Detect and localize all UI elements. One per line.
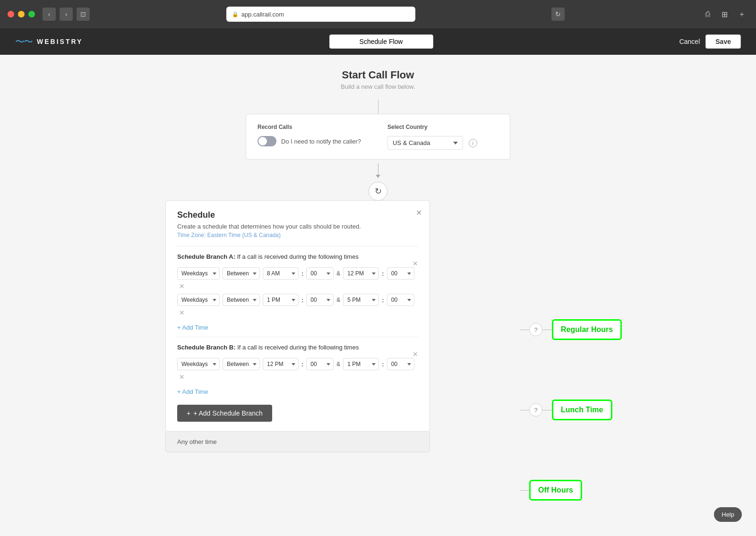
browser-nav: ‹ › ⊡: [43, 8, 90, 21]
branch-a-time-row-2: WeekdaysWeekendsEvery Day BetweenBeforeA…: [177, 294, 418, 316]
start-flow-title: Start Call Flow: [341, 69, 415, 81]
branch-a-desc: If a call is received during the followi…: [237, 253, 359, 260]
branch-a-time-row-1: WeekdaysWeekendsEvery Day BetweenBeforeA…: [177, 267, 418, 290]
info-icon[interactable]: i: [469, 139, 477, 147]
branch-b-content: Schedule Branch B: If a call is received…: [177, 337, 418, 397]
branch-a-between-2[interactable]: BetweenBeforeAfter: [223, 294, 260, 306]
forward-button[interactable]: ›: [60, 8, 73, 21]
h-line-1: [520, 330, 529, 330]
time-colon-3: :: [301, 297, 303, 304]
h-line-2: [542, 330, 552, 330]
branch-a-day-2[interactable]: WeekdaysWeekendsEvery Day: [177, 294, 220, 306]
branch-a-to-min-1[interactable]: 00153045: [387, 267, 414, 280]
notify-row: Do I need to notify the caller?: [258, 136, 369, 146]
tab-button[interactable]: ⊡: [77, 8, 90, 21]
branch-a-title: Schedule Branch A:: [177, 253, 235, 260]
branch-a-label: Schedule Branch A: If a call is received…: [177, 253, 359, 260]
schedule-icon-circle: ↻: [369, 182, 387, 201]
branch-b-delete-time-1[interactable]: ✕: [179, 373, 185, 381]
branch-a-close-button[interactable]: ✕: [411, 253, 418, 267]
arrow-head-1: [376, 175, 380, 178]
regular-hours-connector: ? Regular Hours: [520, 319, 622, 340]
branch-a-delete-time-2[interactable]: ✕: [179, 309, 185, 316]
add-branch-area: + + Add Schedule Branch: [177, 405, 418, 422]
flow-name-input[interactable]: [329, 34, 433, 49]
branch-b-from-time-1[interactable]: 12 PM1 PM2 PM: [263, 358, 299, 370]
any-other-time: Any other time: [165, 432, 430, 452]
branch-a-delete-time-1[interactable]: ✕: [179, 282, 185, 290]
connector-line-top: [378, 100, 378, 114]
app-header: 〜〜 WEBISTRY Cancel Save: [0, 28, 756, 55]
help-button[interactable]: Help: [714, 507, 742, 522]
share-button[interactable]: ⎙: [701, 8, 714, 21]
split-button[interactable]: ⊞: [718, 8, 731, 21]
branch-b-day-1[interactable]: WeekdaysWeekendsEvery Day: [177, 358, 220, 370]
branch-b-from-min-1[interactable]: 00153045: [306, 358, 334, 370]
branch-b-question-circle[interactable]: ?: [529, 403, 542, 417]
branch-b-to-min-1[interactable]: 00153045: [387, 358, 414, 370]
notify-toggle[interactable]: [258, 136, 276, 146]
lunch-time-connector: ? Lunch Time: [520, 400, 612, 420]
branch-b-label: Schedule Branch B: If a call is received…: [177, 344, 359, 351]
new-tab-button[interactable]: ＋: [735, 8, 748, 21]
branch-a-day-1[interactable]: WeekdaysWeekendsEvery Day: [177, 267, 220, 280]
branch-a-from-min-2[interactable]: 00153045: [306, 294, 334, 306]
logo-wave-icon: 〜〜: [15, 35, 32, 48]
time-amp-2: &: [336, 297, 340, 303]
h-line-5: [520, 490, 529, 491]
time-colon-1: :: [301, 270, 303, 277]
address-text: app.callrail.com: [241, 11, 284, 18]
branch-b-close-button[interactable]: ✕: [411, 344, 418, 358]
add-branch-plus-icon: +: [187, 409, 190, 417]
branch-b-to-time-1[interactable]: 1 PM2 PM3 PM: [343, 358, 379, 370]
reload-button[interactable]: ↻: [551, 8, 565, 21]
save-button[interactable]: Save: [705, 34, 741, 49]
lunch-time-label[interactable]: Lunch Time: [552, 400, 612, 420]
browser-chrome: ‹ › ⊡ 🔒 app.callrail.com ↻ ⎙ ⊞ ＋: [0, 0, 756, 28]
schedule-close-button[interactable]: ✕: [416, 208, 422, 217]
notify-text: Do I need to notify the caller?: [281, 138, 361, 145]
branch-a-from-time-1[interactable]: 8 AM9 AM10 AM: [263, 267, 299, 280]
time-colon-6: :: [382, 361, 384, 368]
traffic-light-yellow[interactable]: [18, 11, 25, 17]
timezone-text: Time Zone: Eastern Time (US & Canada): [177, 232, 418, 238]
any-other-time-label: Any other time: [177, 438, 217, 445]
h-line-3: [520, 410, 529, 410]
arrow-connector-1: [376, 163, 380, 178]
back-button[interactable]: ‹: [43, 8, 56, 21]
off-hours-connector: Off Hours: [520, 480, 582, 501]
add-schedule-branch-button[interactable]: + + Add Schedule Branch: [177, 405, 272, 422]
schedule-card-wrapper: ✕ Schedule Create a schedule that determ…: [165, 201, 430, 452]
logo-text: WEBISTRY: [37, 38, 83, 45]
header-actions: Cancel Save: [679, 34, 741, 49]
off-hours-label[interactable]: Off Hours: [529, 480, 582, 501]
regular-hours-label[interactable]: Regular Hours: [552, 319, 622, 340]
branch-a-add-time-button[interactable]: + Add Time: [177, 322, 208, 333]
lock-icon: 🔒: [232, 11, 239, 17]
branch-a-to-time-2[interactable]: 5 PM6 PM7 PM: [343, 294, 379, 306]
timezone-label: Time Zone:: [177, 232, 206, 238]
time-amp-3: &: [336, 361, 340, 367]
branch-a-to-time-1[interactable]: 12 PM1 PM2 PM: [343, 267, 379, 280]
branch-b-between-1[interactable]: BetweenBeforeAfter: [223, 358, 260, 370]
branch-a-to-min-2[interactable]: 00153045: [387, 294, 414, 306]
cancel-button[interactable]: Cancel: [679, 38, 700, 45]
time-colon-4: :: [382, 297, 384, 304]
country-section: Select Country US & Canada Europe Other …: [387, 124, 498, 150]
arrow-line-1: [378, 163, 378, 175]
address-bar[interactable]: 🔒 app.callrail.com: [226, 7, 415, 22]
country-select[interactable]: US & Canada Europe Other: [387, 136, 463, 150]
branch-a-from-time-2[interactable]: 1 PM2 PM3 PM: [263, 294, 299, 306]
traffic-light-green[interactable]: [28, 11, 35, 17]
branch-b-time-row-1: WeekdaysWeekendsEvery Day BetweenBeforeA…: [177, 358, 418, 381]
branch-b-add-time-button[interactable]: + Add Time: [177, 386, 208, 397]
schedule-card: ✕ Schedule Create a schedule that determ…: [165, 200, 430, 432]
branch-a-question-circle[interactable]: ?: [529, 323, 542, 336]
traffic-light-red[interactable]: [8, 11, 14, 17]
schedule-card-desc: Create a schedule that determines how yo…: [177, 223, 418, 230]
record-calls-label: Record Calls: [258, 124, 369, 130]
branch-a-between-1[interactable]: BetweenBeforeAfter: [223, 267, 260, 280]
time-colon-5: :: [301, 361, 303, 368]
branch-a-from-min-1[interactable]: 00153045: [306, 267, 334, 280]
logo-area: 〜〜 WEBISTRY: [15, 35, 83, 48]
